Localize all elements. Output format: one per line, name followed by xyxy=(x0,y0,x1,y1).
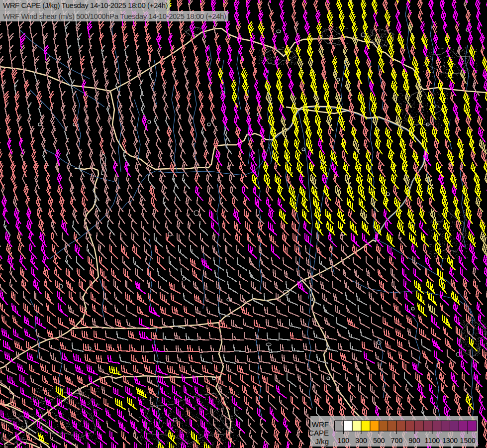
svg-text:1500: 1500 xyxy=(460,437,476,445)
svg-text:100: 100 xyxy=(338,437,350,445)
svg-text:J/kg: J/kg xyxy=(315,437,329,446)
svg-text:WRF: WRF xyxy=(312,420,329,429)
svg-text:CAPE: CAPE xyxy=(308,429,329,437)
svg-text:900: 900 xyxy=(408,437,420,445)
svg-text:500: 500 xyxy=(373,437,385,445)
svg-text:1300: 1300 xyxy=(442,437,458,445)
svg-text:300: 300 xyxy=(355,437,367,445)
svg-text:1100: 1100 xyxy=(425,437,440,445)
svg-text:700: 700 xyxy=(391,437,403,445)
